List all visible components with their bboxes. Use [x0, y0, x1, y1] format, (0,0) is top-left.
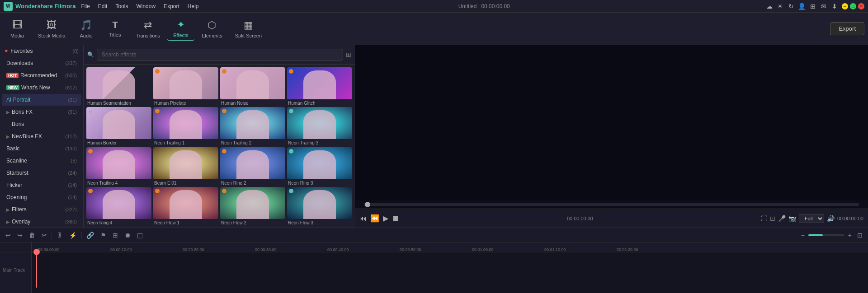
effect-card[interactable]: Neon Flow 1: [153, 187, 218, 225]
sidebar-item-overlay[interactable]: ▶ Overlay (360): [2, 216, 81, 228]
cloud-icon[interactable]: ☁: [766, 3, 773, 10]
playhead: [36, 252, 37, 288]
sidebar-item-filters[interactable]: ▶ Filters (327): [2, 204, 81, 215]
sidebar-item-boris-fx[interactable]: ▶ Boris FX (91): [2, 106, 81, 118]
pip-icon[interactable]: ⊡: [770, 215, 775, 222]
cut-button[interactable]: ✂: [40, 231, 49, 240]
effect-card[interactable]: Human Glitch: [287, 67, 352, 105]
sidebar-item-downloads[interactable]: Downloads (237): [2, 57, 81, 69]
tool-stock-media[interactable]: 🖼 Stock Media: [33, 18, 71, 40]
effect-label: Human Noise: [220, 101, 285, 105]
speed-button[interactable]: ⚡: [67, 231, 79, 240]
effect-label: Neon Trailing 1: [153, 140, 218, 145]
effect-card[interactable]: Neon Ring 3: [287, 147, 352, 185]
effect-card[interactable]: Neon Flow 2: [220, 187, 285, 225]
menu-tools[interactable]: Tools: [112, 2, 132, 10]
effect-card[interactable]: Human Pixelate: [153, 67, 218, 105]
skip-back-button[interactable]: ⏮: [359, 214, 367, 223]
export-button[interactable]: Export: [830, 22, 864, 35]
audio-settings-button[interactable]: 🎚: [55, 231, 65, 240]
sidebar-item-boris[interactable]: Boris: [2, 118, 81, 130]
volume-icon[interactable]: 🔊: [827, 215, 835, 222]
sidebar-item-recommended[interactable]: HOT Recommended (500): [2, 70, 81, 81]
ai-portrait-label: AI Portrait: [6, 97, 30, 103]
effect-card[interactable]: Neon Trailing 1: [153, 107, 218, 145]
effect-label: Neon Flow 3: [287, 220, 352, 225]
stop-button[interactable]: ⏹: [392, 214, 399, 223]
effect-card[interactable]: Neon Trailing 4: [86, 147, 151, 185]
effect-card[interactable]: Neon Ring 2: [220, 147, 285, 185]
timeline-content: Main Track 00:00:00:00 00:00:10:00 00:00…: [0, 242, 868, 293]
sidebar-item-starburst[interactable]: Starburst (24): [2, 167, 81, 179]
play-button[interactable]: ▶: [383, 214, 388, 223]
close-button[interactable]: ✕: [858, 3, 864, 9]
sidebar-item-scanline[interactable]: Scanline (5): [2, 155, 81, 167]
quality-selector[interactable]: Full 1/2 1/4: [799, 214, 824, 223]
user-icon[interactable]: 👤: [798, 3, 806, 10]
tool-split-screen[interactable]: ▦ Split Screen: [230, 18, 267, 40]
effect-card[interactable]: Human Segmentation: [86, 67, 151, 105]
fit-button[interactable]: ⊡: [855, 231, 864, 240]
download-icon[interactable]: ⬇: [831, 3, 838, 10]
app-name: Wondershare Filmora: [15, 3, 75, 9]
effect-card[interactable]: Beam E 01: [153, 147, 218, 185]
split-audio-button[interactable]: ◫: [135, 231, 145, 240]
snap-button[interactable]: 🔗: [85, 231, 96, 240]
update-icon[interactable]: ↻: [788, 3, 795, 10]
tool-titles[interactable]: T Titles: [102, 18, 129, 39]
app-logo: W Wondershare Filmora: [4, 2, 75, 11]
marker-button[interactable]: ⚑: [99, 231, 108, 240]
effect-card[interactable]: Neon Flow 3: [287, 187, 352, 225]
menu-export[interactable]: Export: [160, 2, 183, 10]
mail-icon[interactable]: ✉: [820, 3, 827, 10]
sidebar-item-basic[interactable]: Basic (130): [2, 143, 81, 154]
sidebar-item-ai-portrait[interactable]: AI Portrait (21): [2, 94, 81, 106]
effects-grid: Human SegmentationHuman PixelateHuman No…: [84, 65, 355, 228]
sidebar-item-favorites[interactable]: ♥ Favorites (0): [0, 45, 83, 57]
playback-controls: ⏮ ⏪ ▶ ⏹: [359, 214, 399, 223]
effect-label: Human Segmentation: [86, 101, 151, 105]
menu-edit[interactable]: Edit: [94, 2, 111, 10]
delete-button[interactable]: 🗑: [27, 231, 37, 240]
layout-button[interactable]: ⊞: [111, 231, 120, 240]
zoom-out-button[interactable]: −: [799, 231, 807, 240]
tool-effects[interactable]: ✦ Effects: [167, 17, 194, 41]
sidebar-item-flicker[interactable]: Flicker (14): [2, 179, 81, 191]
effect-card[interactable]: Neon Trailing 2: [220, 107, 285, 145]
maximize-button[interactable]: □: [850, 3, 856, 9]
tool-transitions[interactable]: ⇄ Transitions: [131, 18, 165, 40]
track-area: [32, 252, 868, 288]
zoom-slider[interactable]: [808, 234, 844, 236]
menu-file[interactable]: File: [77, 2, 93, 10]
redo-button[interactable]: ↪: [15, 231, 24, 240]
menu-help[interactable]: Help: [184, 2, 203, 10]
mic-icon[interactable]: 🎤: [778, 215, 786, 222]
step-back-button[interactable]: ⏪: [370, 214, 379, 223]
sidebar-item-newblue-fx[interactable]: ▶ NewBlue FX (112): [2, 130, 81, 142]
sidebar-item-whats-new[interactable]: NEW What's New (812): [2, 82, 81, 93]
tool-audio[interactable]: 🎵 Audio: [73, 18, 100, 40]
minimize-button[interactable]: –: [842, 3, 848, 9]
effect-card[interactable]: ◀Human Border: [86, 107, 151, 145]
tool-media[interactable]: 🎞 Media: [4, 18, 31, 40]
tool-elements[interactable]: ⬡ Elements: [196, 18, 228, 40]
grid-view-icon[interactable]: ⊞: [346, 51, 351, 58]
sidebar-item-opening[interactable]: Opening (14): [2, 191, 81, 203]
undo-button[interactable]: ↩: [4, 231, 13, 240]
zoom-in-button[interactable]: +: [846, 231, 854, 240]
camera-icon[interactable]: 📷: [788, 215, 796, 222]
fullscreen-icon[interactable]: ⛶: [761, 215, 767, 222]
newblue-fx-label: NewBlue FX: [12, 133, 42, 140]
effect-card[interactable]: Human Noise: [220, 67, 285, 105]
effect-card[interactable]: Neon Ring 4: [86, 187, 151, 225]
preview-timeline-bar[interactable]: [364, 203, 859, 206]
search-input[interactable]: [97, 49, 343, 60]
effect-card[interactable]: Neon Trailing 3: [287, 107, 352, 145]
record-button[interactable]: ⏺: [123, 231, 132, 240]
effect-label: Human Border: [86, 140, 151, 145]
layout-icon[interactable]: ⊞: [809, 3, 816, 10]
elements-icon: ⬡: [208, 19, 216, 31]
menu-window[interactable]: Window: [132, 2, 159, 10]
sun-icon[interactable]: ☀: [777, 3, 784, 10]
search-bar: 🔍 ⊞: [84, 45, 355, 65]
